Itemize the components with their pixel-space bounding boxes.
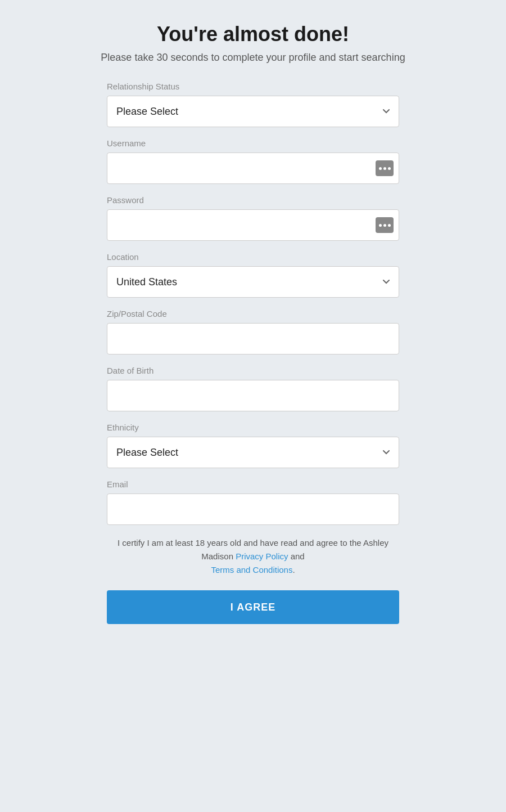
privacy-policy-link[interactable]: Privacy Policy	[236, 551, 288, 561]
page-subtitle: Please take 30 seconds to complete your …	[101, 52, 405, 64]
password-input-wrapper	[107, 209, 399, 241]
password-icon	[376, 217, 394, 233]
location-label: Location	[107, 252, 399, 262]
dob-label: Date of Birth	[107, 366, 399, 375]
password-label: Password	[107, 195, 399, 205]
email-group: Email	[107, 479, 399, 525]
ethnicity-select[interactable]: Please Select Asian Black/African Descen…	[107, 437, 399, 468]
username-group: Username	[107, 138, 399, 184]
username-input-wrapper	[107, 152, 399, 184]
username-input[interactable]	[107, 152, 399, 184]
zip-code-input[interactable]	[107, 323, 399, 355]
zip-code-group: Zip/Postal Code	[107, 309, 399, 355]
password-dots-icon	[379, 224, 391, 227]
email-label: Email	[107, 479, 399, 489]
certify-text: I certify I am at least 18 years old and…	[107, 536, 399, 577]
dot-2	[383, 167, 386, 170]
dot-1	[379, 167, 382, 170]
relationship-status-label: Relationship Status	[107, 82, 399, 91]
page-container: You're almost done! Please take 30 secon…	[11, 23, 495, 624]
certify-text-between: and	[288, 551, 305, 561]
certify-text-after: .	[292, 565, 295, 575]
zip-code-label: Zip/Postal Code	[107, 309, 399, 318]
pdot-2	[383, 224, 386, 227]
relationship-status-select[interactable]: Please Select Attached Male Seeking Fema…	[107, 96, 399, 127]
terms-link[interactable]: Terms and Conditions	[211, 565, 292, 575]
username-icon	[376, 160, 394, 176]
agree-button[interactable]: I AGREE	[107, 590, 399, 624]
dot-3	[388, 167, 391, 170]
email-input[interactable]	[107, 494, 399, 525]
username-label: Username	[107, 138, 399, 148]
dob-input[interactable]	[107, 380, 399, 411]
dots-icon	[379, 167, 391, 170]
pdot-3	[388, 224, 391, 227]
form-wrapper: Relationship Status Please Select Attach…	[107, 82, 399, 624]
location-select[interactable]: United States Canada United Kingdom Aust…	[107, 266, 399, 298]
page-header: You're almost done! Please take 30 secon…	[101, 23, 405, 64]
dob-group: Date of Birth	[107, 366, 399, 411]
password-input[interactable]	[107, 209, 399, 241]
ethnicity-group: Ethnicity Please Select Asian Black/Afri…	[107, 423, 399, 468]
password-group: Password	[107, 195, 399, 241]
ethnicity-label: Ethnicity	[107, 423, 399, 432]
relationship-status-group: Relationship Status Please Select Attach…	[107, 82, 399, 127]
pdot-1	[379, 224, 382, 227]
location-group: Location United States Canada United Kin…	[107, 252, 399, 298]
page-title: You're almost done!	[101, 23, 405, 46]
